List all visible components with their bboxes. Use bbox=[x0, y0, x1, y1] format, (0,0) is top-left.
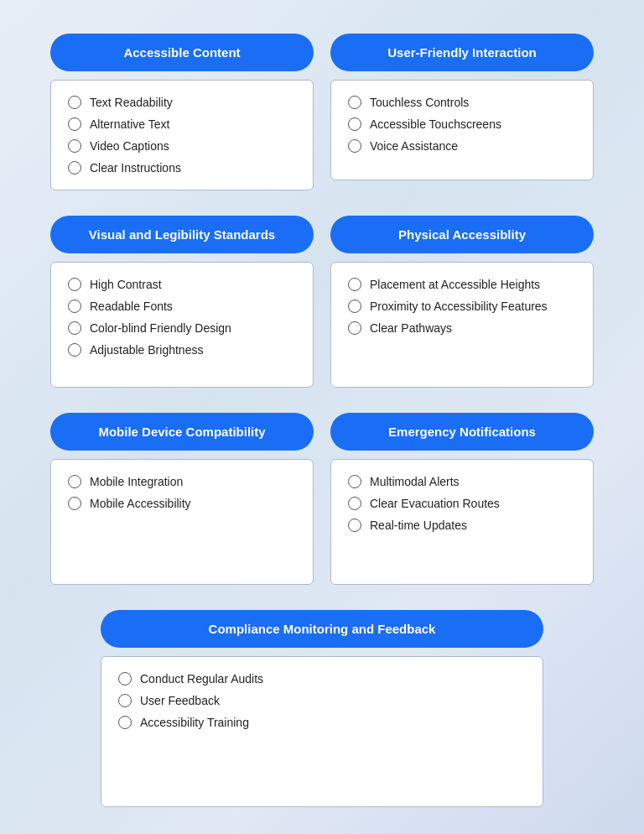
list-item: High Contrast bbox=[68, 278, 296, 291]
radio-icon[interactable] bbox=[348, 278, 361, 291]
category-user-friendly: User-Friendly Interaction Touchless Cont… bbox=[330, 34, 594, 190]
radio-icon[interactable] bbox=[68, 278, 81, 291]
list-item: Clear Pathways bbox=[348, 321, 576, 335]
header-user-friendly: User-Friendly Interaction bbox=[330, 34, 594, 71]
item-label: Text Readability bbox=[90, 96, 173, 109]
list-item: Proximity to Accessibility Features bbox=[348, 300, 576, 313]
radio-icon[interactable] bbox=[348, 519, 361, 532]
radio-icon[interactable] bbox=[118, 694, 132, 707]
row-1: Accessible Content Text Readability Alte… bbox=[50, 34, 594, 190]
radio-icon[interactable] bbox=[348, 96, 361, 109]
radio-icon[interactable] bbox=[118, 716, 132, 729]
list-item: Real-time Updates bbox=[348, 519, 576, 532]
category-visual-legibility: Visual and Legibility Standards High Con… bbox=[50, 216, 314, 388]
radio-icon[interactable] bbox=[68, 117, 81, 131]
item-label: Real-time Updates bbox=[370, 519, 467, 532]
header-compliance-monitoring: Compliance Monitoring and Feedback bbox=[101, 610, 543, 648]
list-item: Multimodal Alerts bbox=[348, 475, 576, 488]
item-label: Mobile Accessibility bbox=[90, 497, 191, 510]
item-label: User Feedback bbox=[140, 694, 220, 707]
list-item: Readable Fonts bbox=[68, 300, 296, 313]
item-label: Multimodal Alerts bbox=[370, 475, 460, 488]
category-physical-accessibility: Physical Accessiblity Placement at Acces… bbox=[330, 216, 594, 388]
radio-icon[interactable] bbox=[348, 300, 361, 313]
list-item: Conduct Regular Audits bbox=[118, 672, 526, 685]
item-label: Clear Instructions bbox=[90, 161, 181, 175]
row-2: Visual and Legibility Standards High Con… bbox=[50, 216, 594, 388]
items-visual-legibility: High Contrast Readable Fonts Color-blind… bbox=[50, 262, 314, 388]
radio-icon[interactable] bbox=[68, 139, 81, 153]
item-label: Clear Evacuation Routes bbox=[370, 497, 500, 510]
item-label: Clear Pathways bbox=[370, 321, 452, 335]
radio-icon[interactable] bbox=[68, 321, 81, 335]
items-physical-accessibility: Placement at Accessible Heights Proximit… bbox=[330, 262, 594, 388]
item-label: Readable Fonts bbox=[90, 300, 173, 313]
items-user-friendly: Touchless Controls Accessible Touchscree… bbox=[330, 80, 594, 180]
list-item: Adjustable Brightness bbox=[68, 343, 296, 357]
list-item: Clear Instructions bbox=[68, 161, 296, 175]
list-item: User Feedback bbox=[118, 694, 526, 707]
category-compliance-monitoring: Compliance Monitoring and Feedback Condu… bbox=[101, 610, 543, 807]
items-compliance-monitoring: Conduct Regular Audits User Feedback Acc… bbox=[101, 656, 543, 807]
list-item: Accessibility Training bbox=[118, 716, 526, 729]
item-label: Accessibility Training bbox=[140, 716, 249, 729]
header-emergency-notifications: Emergency Notifications bbox=[330, 413, 594, 451]
radio-icon[interactable] bbox=[68, 343, 81, 357]
row-4: Compliance Monitoring and Feedback Condu… bbox=[50, 610, 594, 807]
radio-icon[interactable] bbox=[348, 475, 361, 488]
item-label: Video Captions bbox=[90, 139, 169, 153]
item-label: Color-blind Friendly Design bbox=[90, 321, 231, 335]
item-label: Proximity to Accessibility Features bbox=[370, 300, 548, 313]
radio-icon[interactable] bbox=[68, 475, 81, 488]
header-visual-legibility: Visual and Legibility Standards bbox=[50, 216, 314, 253]
radio-icon[interactable] bbox=[348, 497, 361, 510]
list-item: Voice Assistance bbox=[348, 139, 576, 153]
item-label: Placement at Accessible Heights bbox=[370, 278, 540, 291]
list-item: Accessible Touchscreens bbox=[348, 117, 576, 131]
list-item: Touchless Controls bbox=[348, 96, 576, 109]
category-mobile-device: Mobile Device Compatibility Mobile Integ… bbox=[50, 413, 314, 585]
list-item: Alternative Text bbox=[68, 117, 296, 131]
radio-icon[interactable] bbox=[118, 672, 132, 685]
list-item: Color-blind Friendly Design bbox=[68, 321, 296, 335]
radio-icon[interactable] bbox=[68, 497, 81, 510]
header-physical-accessibility: Physical Accessiblity bbox=[330, 216, 594, 253]
item-label: Adjustable Brightness bbox=[90, 343, 203, 357]
list-item: Video Captions bbox=[68, 139, 296, 153]
header-mobile-device: Mobile Device Compatibility bbox=[50, 413, 314, 451]
category-emergency-notifications: Emergency Notifications Multimodal Alert… bbox=[330, 413, 594, 585]
radio-icon[interactable] bbox=[348, 139, 361, 153]
item-label: Alternative Text bbox=[90, 117, 169, 131]
row-3: Mobile Device Compatibility Mobile Integ… bbox=[50, 413, 594, 585]
radio-icon[interactable] bbox=[68, 161, 81, 175]
list-item: Clear Evacuation Routes bbox=[348, 497, 576, 510]
list-item: Mobile Integration bbox=[68, 475, 296, 488]
list-item: Mobile Accessibility bbox=[68, 497, 296, 510]
list-item: Placement at Accessible Heights bbox=[348, 278, 576, 291]
items-mobile-device: Mobile Integration Mobile Accessibility bbox=[50, 459, 314, 585]
items-accessible-content: Text Readability Alternative Text Video … bbox=[50, 80, 314, 190]
radio-icon[interactable] bbox=[348, 117, 361, 131]
header-accessible-content: Accessible Content bbox=[50, 34, 314, 71]
category-accessible-content: Accessible Content Text Readability Alte… bbox=[50, 34, 314, 190]
radio-icon[interactable] bbox=[348, 321, 361, 335]
item-label: High Contrast bbox=[90, 278, 162, 291]
list-item: Text Readability bbox=[68, 96, 296, 109]
item-label: Touchless Controls bbox=[370, 96, 469, 109]
item-label: Accessible Touchscreens bbox=[370, 117, 501, 131]
items-emergency-notifications: Multimodal Alerts Clear Evacuation Route… bbox=[330, 459, 594, 585]
radio-icon[interactable] bbox=[68, 300, 81, 313]
item-label: Mobile Integration bbox=[90, 475, 183, 488]
radio-icon[interactable] bbox=[68, 96, 81, 109]
item-label: Voice Assistance bbox=[370, 139, 458, 153]
item-label: Conduct Regular Audits bbox=[140, 672, 263, 685]
